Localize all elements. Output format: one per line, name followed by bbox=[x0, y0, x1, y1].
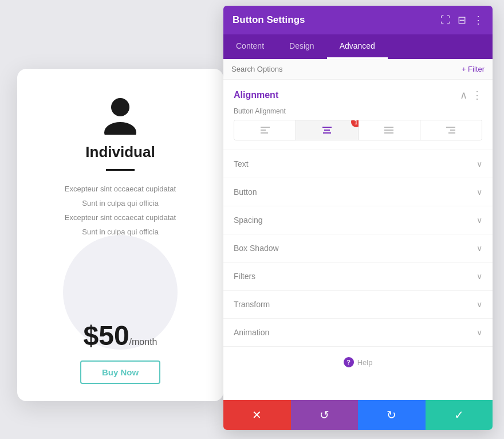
collapse-animation-arrow: ∨ bbox=[477, 328, 482, 337]
collapse-animation[interactable]: Animation ∨ bbox=[223, 318, 493, 346]
collapse-text-label: Text bbox=[234, 159, 249, 168]
section-controls: ∧ ⋮ bbox=[460, 89, 482, 101]
collapse-transform[interactable]: Transform ∨ bbox=[223, 290, 493, 318]
help-label: Help bbox=[357, 358, 373, 367]
search-bar: + Filter bbox=[223, 59, 493, 80]
collapse-text-arrow: ∨ bbox=[477, 159, 482, 168]
cancel-button[interactable]: ✕ bbox=[223, 400, 291, 430]
collapse-button[interactable]: Button ∨ bbox=[223, 178, 493, 206]
buy-now-button[interactable]: Buy Now bbox=[80, 360, 160, 384]
alignment-buttons: 1 bbox=[234, 120, 482, 140]
collapse-spacing-label: Spacing bbox=[234, 215, 263, 225]
feature-item: Excepteur sint occaecat cupidatat bbox=[34, 185, 206, 193]
help-row: ? Help bbox=[223, 346, 493, 378]
feature-item: Sunt in culpa qui officia bbox=[34, 199, 206, 207]
align-justify-button[interactable] bbox=[359, 120, 420, 140]
collapse-filters-arrow: ∨ bbox=[477, 272, 482, 281]
collapse-spacing-arrow: ∨ bbox=[477, 215, 482, 225]
alignment-label: Button Alignment bbox=[223, 107, 493, 120]
align-center-button[interactable]: 1 bbox=[296, 120, 358, 140]
collapse-filters[interactable]: Filters ∨ bbox=[223, 262, 493, 290]
alignment-section-header: Alignment ∧ ⋮ bbox=[223, 80, 493, 107]
collapse-button-arrow: ∨ bbox=[477, 187, 482, 197]
tab-advanced[interactable]: Advanced bbox=[327, 34, 388, 59]
avatar bbox=[97, 92, 143, 138]
collapse-animation-label: Animation bbox=[234, 328, 269, 337]
svg-point-1 bbox=[104, 122, 136, 135]
collapse-button-label: Button bbox=[234, 187, 257, 197]
filter-button[interactable]: + Filter bbox=[462, 65, 485, 73]
panel-tabs: Content Design Advanced bbox=[223, 34, 493, 59]
help-icon: ? bbox=[344, 357, 354, 367]
collapse-box-shadow-label: Box Shadow bbox=[234, 244, 279, 253]
features-list: Excepteur sint occaecat cupidatat Sunt i… bbox=[34, 185, 206, 242]
price-section: $50/month Buy Now bbox=[34, 285, 206, 384]
panel-body: Alignment ∧ ⋮ Button Alignment bbox=[223, 80, 493, 400]
options-icon[interactable]: ⋮ bbox=[472, 89, 482, 101]
more-icon[interactable]: ⋮ bbox=[473, 14, 483, 26]
panel-header: Button Settings ⛶ ⊟ ⋮ bbox=[223, 6, 493, 34]
collapse-transform-arrow: ∨ bbox=[477, 300, 482, 309]
divider bbox=[106, 169, 135, 171]
search-input[interactable] bbox=[231, 65, 462, 73]
expand-icon[interactable]: ⛶ bbox=[440, 14, 451, 26]
collapse-spacing[interactable]: Spacing ∨ bbox=[223, 206, 493, 234]
save-button[interactable]: ✓ bbox=[426, 400, 493, 430]
feature-item: Excepteur sint occaecat cupidatat bbox=[34, 213, 206, 222]
collapse-icon[interactable]: ∧ bbox=[460, 89, 467, 101]
collapse-transform-label: Transform bbox=[234, 300, 270, 309]
redo-button[interactable]: ↻ bbox=[358, 400, 426, 430]
align-right-button[interactable] bbox=[420, 120, 482, 140]
tab-design[interactable]: Design bbox=[277, 34, 327, 59]
tab-content[interactable]: Content bbox=[223, 34, 277, 59]
svg-point-0 bbox=[111, 98, 129, 116]
collapse-box-shadow-arrow: ∨ bbox=[477, 244, 482, 253]
panel-title: Button Settings bbox=[233, 14, 305, 26]
action-bar: ✕ ↺ ↻ ✓ bbox=[223, 400, 493, 430]
price-amount: $50/month bbox=[83, 320, 157, 351]
undo-button[interactable]: ↺ bbox=[291, 400, 359, 430]
settings-panel: Button Settings ⛶ ⊟ ⋮ Content Design Adv… bbox=[223, 6, 493, 430]
collapse-box-shadow[interactable]: Box Shadow ∨ bbox=[223, 234, 493, 262]
align-left-button[interactable] bbox=[234, 120, 296, 140]
collapse-text[interactable]: Text ∨ bbox=[223, 150, 493, 178]
collapse-filters-label: Filters bbox=[234, 272, 255, 281]
pricing-card: Individual Excepteur sint occaecat cupid… bbox=[17, 69, 223, 401]
panel-header-icons: ⛶ ⊟ ⋮ bbox=[440, 14, 483, 26]
plan-name: Individual bbox=[85, 143, 155, 161]
columns-icon[interactable]: ⊟ bbox=[458, 14, 466, 26]
alignment-title: Alignment bbox=[234, 90, 278, 100]
